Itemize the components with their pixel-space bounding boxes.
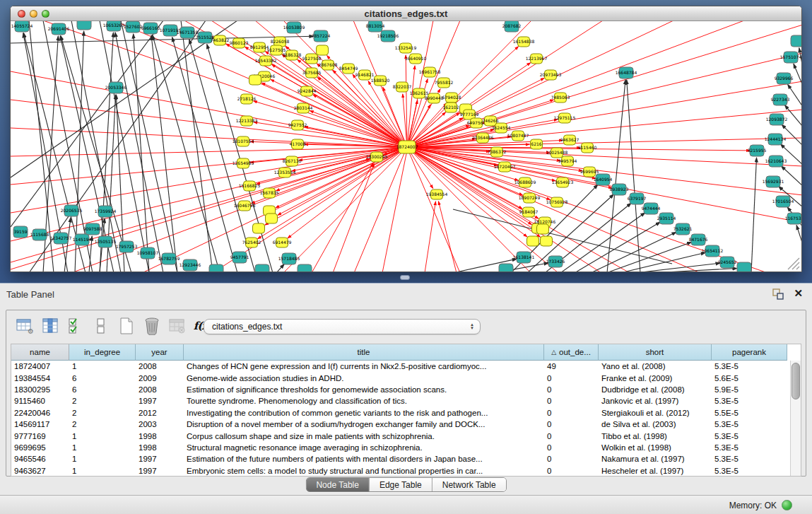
table-cell[interactable]: 1: [69, 430, 136, 441]
yellow-paper-node[interactable]: 9860123: [230, 38, 249, 48]
teal-paper-node[interactable]: 1527602: [124, 21, 143, 33]
tab-network-table[interactable]: Network Table: [433, 478, 506, 491]
table-cell[interactable]: 5.3E-5: [712, 442, 787, 453]
column-header-in_degree[interactable]: in_degree: [69, 344, 136, 361]
yellow-paper-node[interactable]: [541, 236, 553, 246]
teal-paper-node[interactable]: 20691406: [48, 23, 70, 35]
table-cell[interactable]: 5.3E-5: [712, 361, 787, 372]
teal-paper-node[interactable]: [791, 35, 801, 47]
teal-paper-node[interactable]: [255, 264, 269, 272]
table-cell[interactable]: 2008: [136, 361, 184, 372]
teal-paper-node[interactable]: [737, 262, 751, 272]
teal-paper-node[interactable]: 20053346: [105, 82, 127, 93]
table-cell[interactable]: 5.9E-5: [712, 384, 787, 395]
table-cell[interactable]: 0: [544, 419, 599, 430]
close-panel-icon[interactable]: ✕: [794, 287, 803, 300]
yellow-paper-node[interactable]: 8322037: [393, 82, 412, 92]
table-row[interactable]: 911546021997Tourette syndrome. Phenomeno…: [11, 395, 801, 407]
teal-paper-node[interactable]: [499, 264, 513, 272]
column-header-title[interactable]: title: [184, 344, 544, 361]
yellow-paper-node[interactable]: 18724007: [396, 141, 418, 153]
yellow-paper-node[interactable]: 162102: [443, 103, 459, 112]
table-cell[interactable]: 0: [544, 407, 599, 419]
table-cell[interactable]: Investigating the contribution of common…: [184, 407, 544, 419]
teal-paper-node[interactable]: 8471676: [689, 234, 708, 245]
table-cell[interactable]: Tourette syndrome. Phenomenology and cla…: [184, 395, 544, 407]
teal-paper-node[interactable]: 8215955: [748, 145, 767, 156]
table-cell[interactable]: 2: [69, 395, 136, 407]
delete-icon[interactable]: [142, 316, 161, 336]
yellow-paper-node[interactable]: 2718126: [237, 94, 257, 104]
table-cell[interactable]: Disruption of a novel member of a sodium…: [184, 419, 544, 430]
yellow-paper-node[interactable]: [527, 236, 539, 246]
yellow-paper-node[interactable]: 12975115: [554, 113, 576, 123]
column-header-name[interactable]: name: [11, 344, 69, 361]
yellow-paper-node[interactable]: 2867608: [319, 60, 338, 70]
table-cell[interactable]: 1: [69, 361, 136, 372]
select-all-icon[interactable]: [66, 316, 85, 336]
table-row[interactable]: 946554611997Estimation of the future num…: [11, 453, 801, 465]
table-cell[interactable]: Dudbridge et al. (2008): [599, 384, 712, 395]
select-column-icon[interactable]: [40, 316, 59, 336]
yellow-paper-node[interactable]: 6216: [531, 139, 543, 149]
table-cell[interactable]: 1998: [136, 430, 184, 441]
table-cell[interactable]: 5.3E-5: [712, 453, 787, 465]
yellow-paper-node[interactable]: 12353554: [274, 168, 296, 177]
teal-paper-node[interactable]: 15751074: [780, 52, 801, 63]
table-cell[interactable]: 1997: [136, 465, 184, 477]
yellow-paper-node[interactable]: 1588520: [371, 76, 390, 86]
table-cell[interactable]: 9699695: [11, 442, 69, 453]
table-cell[interactable]: de Silva et al. (2003): [599, 419, 712, 430]
teal-paper-node[interactable]: 1145194: [73, 234, 92, 245]
yellow-paper-node[interactable]: 6914479: [273, 238, 292, 247]
table-row[interactable]: 946362711997Embryonic stem cells: a mode…: [11, 465, 801, 477]
table-cell[interactable]: 5.3E-5: [712, 419, 787, 430]
table-row[interactable]: 969969511998Structural magnetic resonanc…: [11, 442, 801, 453]
teal-paper-node[interactable]: [298, 264, 312, 272]
yellow-paper-node[interactable]: 16154838: [513, 37, 535, 47]
table-cell[interactable]: 14569117: [11, 419, 69, 430]
table-cell[interactable]: 0: [544, 430, 599, 441]
import-table-icon[interactable]: [167, 316, 187, 336]
teal-paper-node[interactable]: 1733426: [546, 256, 565, 267]
table-cell[interactable]: 5.3E-5: [712, 430, 787, 441]
table-cell[interactable]: Stergiakouli et al. (2012): [599, 407, 712, 419]
tab-edge-table[interactable]: Edge Table: [370, 478, 433, 491]
table-cell[interactable]: Changes of HCN gene expression and I(f) …: [184, 361, 544, 372]
table-settings-icon[interactable]: ⚙: [15, 316, 34, 336]
table-cell[interactable]: 1: [69, 442, 136, 453]
table-cell[interactable]: 0: [544, 384, 599, 395]
yellow-paper-node[interactable]: 12213383: [236, 116, 258, 126]
table-cell[interactable]: 5.3E-5: [712, 465, 787, 477]
teal-paper-node[interactable]: 17957253: [116, 241, 138, 252]
yellow-paper-node[interactable]: [249, 75, 261, 85]
table-row[interactable]: 1938455462009Genome-wide association stu…: [11, 372, 801, 383]
yellow-paper-node[interactable]: 19384554: [426, 189, 448, 199]
table-cell[interactable]: 22420046: [11, 407, 69, 419]
table-cell[interactable]: Embryonic stem cells: a model to study s…: [184, 465, 544, 477]
yellow-paper-node[interactable]: [317, 45, 329, 55]
teal-paper-node[interactable]: 10719195: [160, 25, 182, 36]
table-cell[interactable]: Estimation of the future numbers of pati…: [184, 453, 544, 465]
table-cell[interactable]: 0: [544, 372, 599, 383]
yellow-paper-node[interactable]: 8454749: [339, 64, 358, 74]
teal-paper-node[interactable]: 2087682: [502, 21, 522, 32]
table-cell[interactable]: Hescheler et al. (1997): [599, 465, 712, 477]
table-cell[interactable]: Tibbo et al. (1998): [599, 430, 712, 441]
teal-paper-node[interactable]: 15692931: [763, 176, 784, 187]
yellow-paper-node[interactable]: 7955812: [435, 78, 454, 88]
table-cell[interactable]: 49: [544, 361, 599, 372]
table-cell[interactable]: 9115460: [11, 395, 69, 407]
teal-paper-node[interactable]: 12923446: [180, 259, 201, 271]
network-canvas[interactable]: 1872400714055724206914061065326715276026…: [11, 21, 801, 272]
table-cell[interactable]: 1997: [136, 453, 184, 465]
yellow-paper-node[interactable]: 16720407: [494, 162, 516, 172]
table-cell[interactable]: 1: [69, 453, 136, 465]
teal-paper-node[interactable]: 20206535: [61, 205, 83, 216]
table-cell[interactable]: 2009: [136, 372, 184, 383]
teal-paper-node[interactable]: 7515526: [196, 32, 215, 43]
teal-paper-node[interactable]: 6966160: [141, 23, 160, 34]
teal-paper-node[interactable]: 8938923: [610, 184, 629, 195]
table-row[interactable]: 1830029562008Estimation of significance …: [11, 384, 801, 395]
teal-paper-node[interactable]: 16138141: [513, 252, 535, 263]
